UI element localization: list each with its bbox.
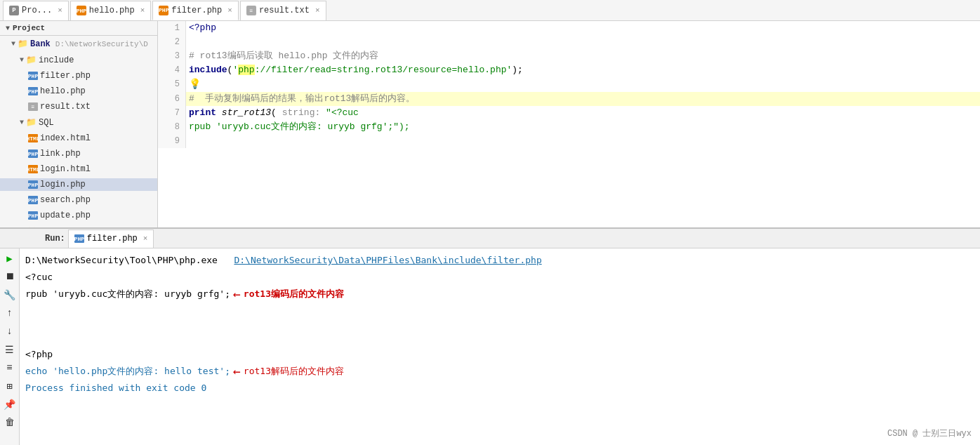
tab-pro-close[interactable]: × (58, 6, 62, 15)
run-tab-bar: Run: PHP filter.php × (0, 229, 980, 248)
tree-item-index[interactable]: HTML index.html (0, 131, 157, 146)
run-process-line: Process finished with exit code 0 (25, 380, 974, 396)
run-tab-icon: PHP (74, 234, 84, 243)
run-label: Run: (42, 234, 65, 244)
login-html-file-label: login.html (40, 164, 91, 174)
line-num-5: 5 (158, 77, 186, 92)
code-line-1: 1 <?php (158, 21, 980, 35)
line-content-2 (186, 35, 980, 49)
run-play-button[interactable]: ▶ (3, 251, 17, 265)
tab-result-label: result.txt (259, 6, 310, 15)
hello-file-label: hello.php (40, 86, 86, 96)
tab-filter-close[interactable]: × (227, 6, 232, 15)
run-tab[interactable]: PHP filter.php × (68, 230, 154, 248)
run-align-button[interactable]: ≡ (3, 361, 17, 375)
tree-item-link[interactable]: PHP link.php (0, 146, 157, 161)
line-content-7: print str_rot13( string: "<?cuc (186, 106, 980, 120)
watermark: CSDN @ 士别三日wyx (887, 427, 972, 439)
tree-item-result[interactable]: ≡ result.txt (0, 99, 157, 114)
tab-filter-label: filter.php (171, 6, 222, 15)
run-list-button[interactable]: ☰ (3, 343, 17, 357)
search-file-label: search.php (40, 195, 91, 205)
run-spacer (25, 303, 974, 345)
search-file-icon: PHP (28, 196, 38, 204)
update-file-icon: PHP (28, 211, 38, 220)
filter-php-icon: PHP (159, 6, 168, 15)
run-layout-button[interactable]: ⊞ (3, 379, 17, 393)
code-line-2: 2 (158, 35, 980, 49)
tree-item-sql[interactable]: ▼ 📁 SQL (0, 114, 157, 131)
line-content-9 (186, 134, 980, 148)
tree-item-update[interactable]: PHP update.php (0, 208, 157, 223)
code-lines: 1 <?php 2 3 # rot13编码后读取 hello.php 文件的内容… (158, 21, 980, 148)
result-file-label: result.txt (40, 102, 91, 112)
run-block2-line2-container: echo 'hello.php文件的内容: hello test'; ← rot… (25, 364, 974, 379)
run-up-button[interactable]: ↑ (3, 306, 17, 320)
bank-label: Bank (30, 39, 51, 49)
update-file-label: update.php (40, 211, 91, 220)
run-down-button[interactable]: ↓ (3, 324, 17, 338)
line-content-4: include('php://filter/read=string.rot13/… (186, 63, 980, 77)
bank-arrow: ▼ (11, 40, 15, 48)
line-num-6: 6 (158, 92, 186, 106)
line-num-2: 2 (158, 35, 186, 49)
run-pin-button[interactable]: 📌 (3, 397, 17, 411)
tree-item-search[interactable]: PHP search.php (0, 192, 157, 208)
code-line-5: 5 💡 (158, 77, 980, 92)
tab-pro-label: Pro... (22, 6, 52, 15)
line-num-9: 9 (158, 134, 186, 148)
run-annotation1: rot13编码后的文件内容 (244, 286, 344, 302)
run-sidebar: ▶ ⏹ 🔧 ↑ ↓ ☰ ≡ ⊞ 📌 🗑 (0, 248, 20, 445)
tab-hello-close[interactable]: × (140, 6, 145, 15)
index-file-label: index.html (40, 133, 91, 143)
tab-result-close[interactable]: × (315, 6, 320, 15)
run-output-line1: <?cuc (25, 270, 974, 285)
filter-file-icon: PHP (28, 72, 38, 80)
code-line-8: 8 rpub 'uryyb.cuc文件的内容: uryyb grfg';"); (158, 120, 980, 134)
run-stop-button[interactable]: ⏹ (3, 270, 17, 284)
result-file-icon: ≡ (28, 102, 38, 111)
pro-icon: P (9, 6, 19, 15)
login-php-file-icon: PHP (28, 180, 38, 189)
bank-folder-icon: 📁 (18, 39, 28, 49)
arrow-red-icon-2: ← (233, 364, 241, 379)
tab-filter[interactable]: PHP filter.php × (152, 1, 239, 20)
line-num-8: 8 (158, 120, 186, 134)
tab-hello-label: hello.php (89, 6, 135, 15)
run-annotation2: rot13解码后的文件内容 (244, 364, 344, 379)
tree-item-login-html[interactable]: HTML login.html (0, 161, 157, 177)
project-label: Project (13, 24, 45, 32)
sidebar-header: ▼ Project (0, 21, 157, 36)
run-settings-button[interactable]: 🔧 (3, 288, 17, 302)
run-file-path[interactable]: D:\NetworkSecurity\Data\PHPFiles\Bank\in… (234, 255, 541, 265)
run-trash-button[interactable]: 🗑 (3, 416, 17, 430)
run-php-open: <?php (25, 349, 53, 359)
line-num-4: 4 (158, 63, 186, 77)
tree-item-hello[interactable]: PHP hello.php (0, 84, 157, 99)
line-content-8: rpub 'uryyb.cuc文件的内容: uryyb grfg';"); (186, 120, 980, 134)
line-num-7: 7 (158, 106, 186, 120)
tree-item-bank[interactable]: ▼ 📁 Bank D:\NetworkSecurity\D (0, 36, 157, 52)
line-num-3: 3 (158, 49, 186, 63)
run-output-rot13: rpub 'uryyb.cuc文件的内容: uryyb grfg'; (25, 286, 230, 302)
tab-hello[interactable]: PHP hello.php × (70, 1, 151, 20)
code-editor[interactable]: 1 <?php 2 3 # rot13编码后读取 hello.php 文件的内容… (158, 21, 980, 227)
run-output: D:\NetworkSecurity\Tool\PHP\php.exe D:\N… (20, 248, 980, 445)
code-line-7: 7 print str_rot13( string: "<?cuc (158, 106, 980, 120)
run-tab-close[interactable]: × (143, 234, 148, 243)
tab-result[interactable]: ≡ result.txt × (240, 1, 326, 20)
tree-item-include[interactable]: ▼ 📁 include (0, 52, 157, 68)
run-output-line2-container: rpub 'uryyb.cuc文件的内容: uryyb grfg'; ← rot… (25, 286, 974, 302)
run-output-cuc: <?cuc (25, 272, 53, 282)
bank-path: D:\NetworkSecurity\D (55, 40, 148, 48)
tab-bar: P Pro... × PHP hello.php × PHP filter.ph… (0, 0, 980, 21)
hello-php-icon: PHP (77, 6, 86, 15)
include-folder-icon: 📁 (26, 55, 37, 65)
sql-label: SQL (39, 118, 54, 128)
tree-item-filter[interactable]: PHP filter.php (0, 68, 157, 84)
tree-item-login-php[interactable]: PHP login.php (0, 177, 157, 192)
run-exe-line: D:\NetworkSecurity\Tool\PHP\php.exe D:\N… (25, 253, 974, 268)
tab-pro[interactable]: P Pro... × (3, 1, 69, 20)
index-file-icon: HTML (28, 134, 38, 142)
code-line-6: 6 # 手动复制编码后的结果，输出rot13解码后的内容。 (158, 92, 980, 106)
